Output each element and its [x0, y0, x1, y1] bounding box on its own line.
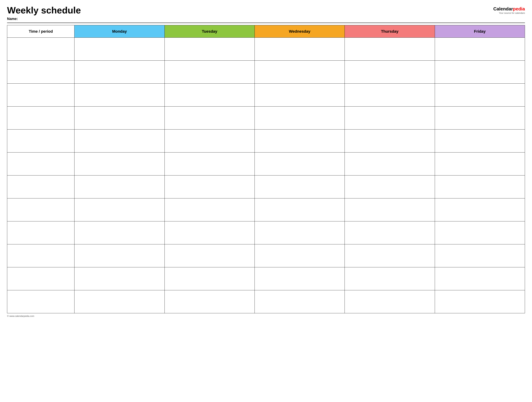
table-row	[7, 175, 525, 198]
schedule-cell[interactable]	[345, 152, 435, 175]
header-row: Time / period Monday Tuesday Wednesday T…	[7, 25, 525, 38]
schedule-cell[interactable]	[165, 61, 254, 84]
time-cell[interactable]	[7, 290, 75, 313]
time-cell[interactable]	[7, 175, 75, 198]
time-cell[interactable]	[7, 38, 75, 61]
time-cell[interactable]	[7, 198, 75, 221]
schedule-cell[interactable]	[435, 38, 525, 61]
table-row	[7, 290, 525, 313]
table-row	[7, 38, 525, 61]
time-cell[interactable]	[7, 130, 75, 152]
time-cell[interactable]	[7, 221, 75, 244]
page-title: Weekly schedule	[7, 5, 81, 15]
time-cell[interactable]	[7, 107, 75, 130]
schedule-cell[interactable]	[165, 221, 254, 244]
schedule-cell[interactable]	[254, 244, 345, 267]
table-row	[7, 61, 525, 84]
schedule-cell[interactable]	[435, 244, 525, 267]
schedule-cell[interactable]	[75, 107, 165, 130]
schedule-cell[interactable]	[254, 221, 345, 244]
schedule-cell[interactable]	[75, 198, 165, 221]
time-cell[interactable]	[7, 84, 75, 107]
schedule-cell[interactable]	[165, 107, 254, 130]
col-header-wednesday: Wednesday	[254, 25, 345, 38]
schedule-cell[interactable]	[345, 84, 435, 107]
footer-copyright: © www.calendarpedia.com	[7, 315, 525, 317]
schedule-cell[interactable]	[75, 38, 165, 61]
time-cell[interactable]	[7, 61, 75, 84]
table-row	[7, 107, 525, 130]
schedule-cell[interactable]	[165, 198, 254, 221]
schedule-cell[interactable]	[345, 107, 435, 130]
table-row	[7, 84, 525, 107]
schedule-cell[interactable]	[345, 290, 435, 313]
schedule-cell[interactable]	[345, 175, 435, 198]
schedule-cell[interactable]	[345, 38, 435, 61]
schedule-cell[interactable]	[254, 84, 345, 107]
time-cell[interactable]	[7, 152, 75, 175]
header: Weekly schedule Name: Calendarpedia Your…	[7, 5, 525, 21]
schedule-cell[interactable]	[254, 61, 345, 84]
schedule-cell[interactable]	[75, 244, 165, 267]
schedule-cell[interactable]	[75, 130, 165, 152]
schedule-cell[interactable]	[165, 175, 254, 198]
schedule-cell[interactable]	[254, 38, 345, 61]
page-container: Weekly schedule Name: Calendarpedia Your…	[7, 5, 525, 317]
col-header-friday: Friday	[435, 25, 525, 38]
schedule-cell[interactable]	[435, 84, 525, 107]
schedule-cell[interactable]	[345, 61, 435, 84]
schedule-cell[interactable]	[435, 152, 525, 175]
logo-text: Calendarpedia	[493, 6, 525, 12]
col-header-monday: Monday	[75, 25, 165, 38]
schedule-cell[interactable]	[254, 175, 345, 198]
schedule-cell[interactable]	[435, 175, 525, 198]
schedule-cell[interactable]	[345, 130, 435, 152]
schedule-cell[interactable]	[165, 290, 254, 313]
schedule-cell[interactable]	[165, 267, 254, 290]
schedule-cell[interactable]	[345, 221, 435, 244]
logo-tagline: Your source for calendars	[499, 12, 525, 14]
schedule-cell[interactable]	[165, 38, 254, 61]
schedule-cell[interactable]	[435, 267, 525, 290]
schedule-cell[interactable]	[435, 290, 525, 313]
schedule-table: Time / period Monday Tuesday Wednesday T…	[7, 25, 525, 313]
title-section: Weekly schedule Name:	[7, 5, 81, 21]
schedule-cell[interactable]	[75, 221, 165, 244]
table-row	[7, 244, 525, 267]
table-row	[7, 267, 525, 290]
schedule-cell[interactable]	[254, 130, 345, 152]
schedule-cell[interactable]	[435, 198, 525, 221]
table-row	[7, 152, 525, 175]
schedule-cell[interactable]	[254, 198, 345, 221]
schedule-cell[interactable]	[435, 107, 525, 130]
schedule-cell[interactable]	[75, 61, 165, 84]
schedule-cell[interactable]	[345, 267, 435, 290]
table-row	[7, 221, 525, 244]
schedule-cell[interactable]	[435, 221, 525, 244]
schedule-cell[interactable]	[165, 84, 254, 107]
schedule-cell[interactable]	[254, 290, 345, 313]
schedule-cell[interactable]	[75, 267, 165, 290]
col-header-time: Time / period	[7, 25, 75, 38]
schedule-cell[interactable]	[435, 61, 525, 84]
schedule-cell[interactable]	[345, 244, 435, 267]
schedule-cell[interactable]	[254, 152, 345, 175]
logo-section: Calendarpedia Your source for calendars	[493, 5, 525, 14]
schedule-cell[interactable]	[435, 130, 525, 152]
schedule-cell[interactable]	[75, 290, 165, 313]
time-cell[interactable]	[7, 244, 75, 267]
schedule-cell[interactable]	[254, 107, 345, 130]
schedule-cell[interactable]	[254, 267, 345, 290]
schedule-cell[interactable]	[75, 152, 165, 175]
schedule-cell[interactable]	[345, 198, 435, 221]
logo-calendar-part: Calendar	[493, 6, 513, 12]
schedule-cell[interactable]	[75, 84, 165, 107]
col-header-tuesday: Tuesday	[165, 25, 254, 38]
schedule-cell[interactable]	[165, 130, 254, 152]
schedule-cell[interactable]	[165, 152, 254, 175]
divider	[7, 23, 525, 23]
schedule-cell[interactable]	[165, 244, 254, 267]
logo-pedia-part: pedia	[513, 6, 525, 12]
time-cell[interactable]	[7, 267, 75, 290]
schedule-cell[interactable]	[75, 175, 165, 198]
